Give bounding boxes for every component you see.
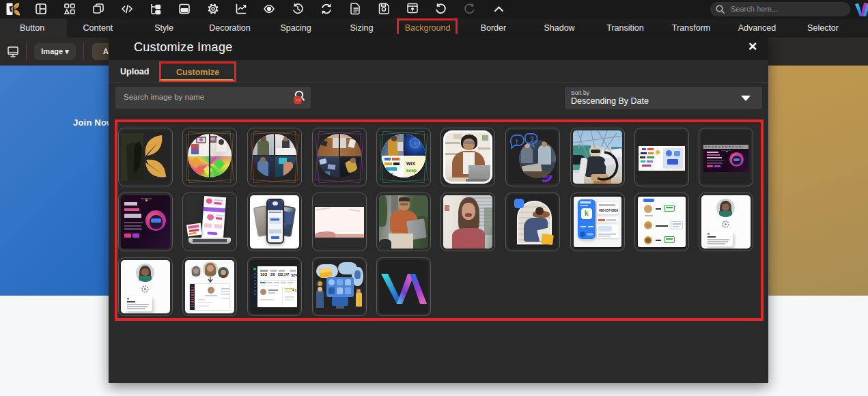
svg-text:24/7: 24/7: [543, 175, 551, 179]
svg-text:?: ?: [530, 136, 534, 143]
svg-text:!: !: [516, 138, 518, 146]
